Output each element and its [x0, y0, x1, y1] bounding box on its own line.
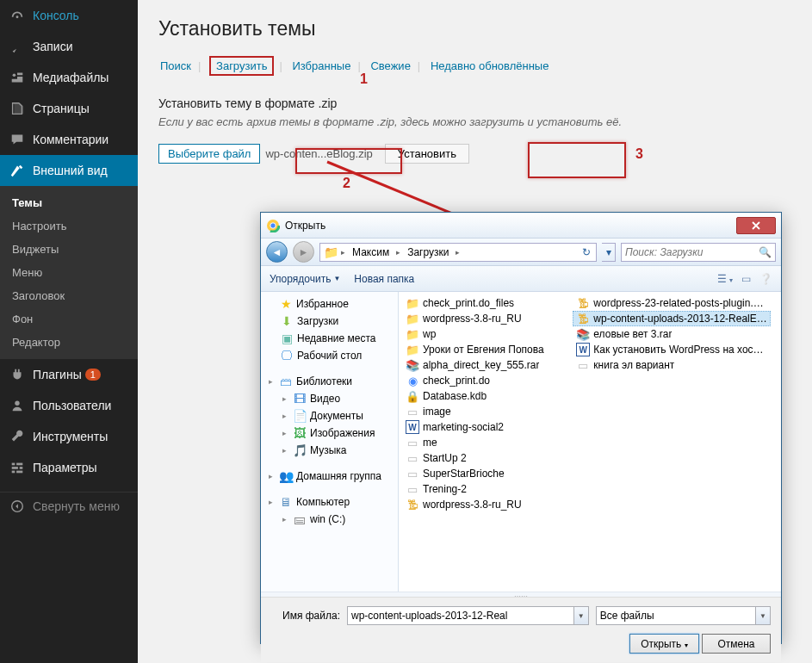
dialog-close-button[interactable] [736, 217, 776, 234]
tree-homegroup[interactable]: Домашняя группа [296, 470, 381, 482]
rar-icon: 📚 [406, 358, 419, 372]
refresh-icon[interactable]: ↻ [579, 246, 594, 258]
tree-libraries[interactable]: Библиотеки [296, 375, 352, 387]
computer-icon: 🖥 [279, 495, 293, 509]
sub-background[interactable]: Фон [0, 307, 138, 331]
filename-combo[interactable]: wp-content-uploads-2013-12-Real▼ [347, 606, 589, 625]
tab-fresh[interactable]: Свежие [369, 59, 412, 72]
crumb-dropdown[interactable]: ▾ [602, 243, 616, 262]
open-button[interactable]: Открыть ▾ [629, 634, 698, 654]
view-button[interactable]: ☰ ▾ [717, 273, 733, 285]
sidebar-item-console[interactable]: Консоль [0, 0, 138, 31]
dialog-toolbar: Упорядочить ▼ Новая папка ☰ ▾ ▭ ❔ [261, 266, 781, 292]
sidebar-item-media[interactable]: Медиафайлы [0, 62, 138, 93]
file-item[interactable]: ▭me [402, 435, 570, 450]
tree-item[interactable]: Музыка [310, 444, 346, 456]
media-icon [9, 69, 26, 86]
help-button[interactable]: ❔ [759, 273, 772, 285]
file-name: check_print.do [423, 375, 490, 387]
zip-icon: 🗜 [576, 296, 590, 310]
crumb-seg[interactable]: Максим [349, 246, 393, 258]
tree-item[interactable]: Недавние места [297, 332, 375, 344]
sub-header[interactable]: Заголовок [0, 284, 138, 307]
sidebar-label: Записи [33, 40, 72, 53]
file-item[interactable]: 🗜wordpress-3.8-ru_RU [402, 497, 570, 512]
chrome-icon [266, 219, 280, 232]
file-item[interactable]: ▭image [402, 404, 570, 419]
folder-icon: 📁 [324, 245, 338, 259]
file-item[interactable]: WКак установить WordPress на хостинге [573, 342, 771, 357]
tree-item[interactable]: Видео [310, 393, 340, 405]
sidebar-item-settings[interactable]: Параметры [0, 452, 138, 483]
install-button[interactable]: Установить [385, 144, 469, 164]
sidebar-item-posts[interactable]: Записи [0, 31, 138, 62]
file-item[interactable]: 📚alpha_direct_key_555.rar [402, 357, 570, 373]
breadcrumb[interactable]: 📁 ▸ Максим▸ Загрузки▸ ↻ [319, 243, 597, 262]
file-item[interactable]: 📁check_print.do_files [402, 295, 570, 311]
tree-item[interactable]: Загрузки [297, 315, 338, 327]
sidebar-item-tools[interactable]: Инструменты [0, 421, 138, 452]
tree-item[interactable]: Документы [310, 410, 363, 422]
sidebar-label: Комментарии [33, 133, 108, 146]
sub-editor[interactable]: Редактор [0, 331, 138, 354]
tree-item[interactable]: win (C:) [310, 513, 345, 525]
dialog-titlebar[interactable]: Открыть [261, 213, 781, 239]
sidebar-item-comments[interactable]: Комментарии [0, 124, 138, 155]
file-icon: ▭ [406, 451, 419, 465]
tab-upload[interactable]: Загрузить [209, 56, 274, 76]
tree-item[interactable]: Изображения [310, 427, 375, 439]
tab-search[interactable]: Поиск [158, 59, 193, 72]
tab-favorites[interactable]: Избранные [290, 59, 352, 72]
dropdown-icon[interactable]: ▼ [573, 607, 588, 624]
file-item[interactable]: ▭SuperStarBrioche [402, 466, 570, 481]
file-item[interactable]: ▭книга эл вариант [573, 357, 771, 373]
sub-menus[interactable]: Меню [0, 261, 138, 284]
svg-rect-3 [12, 463, 15, 466]
nav-forward-button[interactable]: ► [293, 241, 314, 263]
file-item[interactable]: 🔒Database.kdb [402, 388, 570, 404]
file-item[interactable]: 📁wordpress-3.8-ru_RU [402, 311, 570, 326]
svg-rect-7 [12, 471, 15, 474]
dialog-search[interactable]: 🔍 [621, 243, 776, 262]
file-name: check_print.do_files [423, 297, 514, 309]
cancel-button[interactable]: Отмена [702, 634, 771, 654]
download-icon: ⬇ [280, 314, 294, 328]
new-folder-button[interactable]: Новая папка [354, 273, 414, 285]
dropdown-icon[interactable]: ▼ [755, 607, 770, 624]
tab-recent[interactable]: Недавно обновлённые [429, 59, 551, 72]
crumb-seg[interactable]: Загрузки [404, 246, 452, 258]
choose-file-button[interactable]: Выберите файл [158, 144, 260, 164]
nav-tree[interactable]: ★Избранное ⬇Загрузки ▣Недавние места 🖵Ра… [261, 292, 399, 592]
sidebar-collapse[interactable]: Свернуть меню [0, 492, 138, 522]
nav-back-button[interactable]: ◄ [266, 241, 288, 263]
page-title: Установить темы [158, 17, 791, 40]
file-item[interactable]: ▭StartUp 2 [402, 450, 570, 466]
file-item[interactable]: 📁Уроки от Евгения Попова [402, 342, 570, 357]
preview-button[interactable]: ▭ [741, 273, 751, 285]
tree-favorites[interactable]: Избранное [296, 298, 349, 310]
file-item[interactable]: 📁wp [402, 326, 570, 342]
file-list[interactable]: 📁check_print.do_files📁wordpress-3.8-ru_R… [399, 292, 781, 592]
file-item[interactable]: 🗜wp-content-uploads-2013-12-RealEstateBl… [573, 311, 771, 326]
sidebar-item-users[interactable]: Пользователи [0, 390, 138, 421]
chosen-file-name: wp-conten...eBlog.zip [265, 147, 372, 160]
file-item[interactable]: ▭Trening-2 [402, 481, 570, 497]
filter-combo[interactable]: Все файлы▼ [596, 606, 771, 625]
organize-button[interactable]: Упорядочить ▼ [270, 273, 340, 285]
search-input[interactable] [622, 244, 775, 261]
sub-customize[interactable]: Настроить [0, 214, 138, 238]
dialog-title: Открыть [285, 220, 736, 232]
file-item[interactable]: 📚еловые вет 3.rar [573, 326, 771, 342]
annotation-1: 1 [360, 71, 368, 87]
sub-themes[interactable]: Темы [0, 191, 138, 214]
file-item[interactable]: 🗜wordpress-23-related-posts-plugin.3.2 [573, 295, 771, 311]
sub-widgets[interactable]: Виджеты [0, 238, 138, 261]
file-item[interactable]: ◉check_print.do [402, 373, 570, 388]
tree-computer[interactable]: Компьютер [296, 496, 350, 508]
sidebar-item-pages[interactable]: Страницы [0, 93, 138, 124]
tree-item[interactable]: Рабочий стол [297, 350, 362, 362]
sidebar-item-appearance[interactable]: Внешний вид [0, 155, 138, 186]
sidebar-item-plugins[interactable]: Плагины1 [0, 359, 138, 390]
upload-heading: Установить тему в формате .zip [158, 96, 791, 110]
file-item[interactable]: Wmarketing-social2 [402, 419, 570, 435]
